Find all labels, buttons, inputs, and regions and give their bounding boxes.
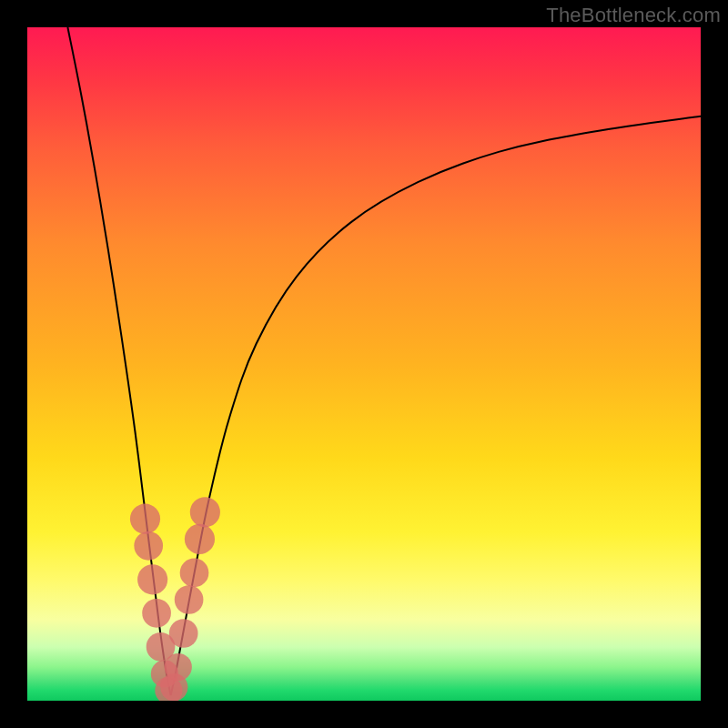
data-marker — [165, 653, 192, 681]
markers-group — [130, 497, 220, 701]
curve-layer — [27, 27, 701, 701]
plot-area — [27, 27, 701, 701]
watermark-label: TheBottleneck.com — [546, 4, 721, 27]
data-marker — [137, 564, 167, 594]
data-marker — [134, 531, 163, 561]
data-marker — [190, 497, 220, 527]
chart-frame: TheBottleneck.com — [0, 0, 728, 728]
data-marker — [142, 599, 171, 628]
data-marker — [130, 504, 160, 534]
data-marker — [169, 619, 198, 648]
curve-right-branch — [171, 116, 701, 695]
data-marker — [185, 524, 215, 554]
data-marker — [180, 559, 209, 588]
data-marker — [175, 585, 204, 614]
curve-left-branch — [67, 27, 170, 695]
